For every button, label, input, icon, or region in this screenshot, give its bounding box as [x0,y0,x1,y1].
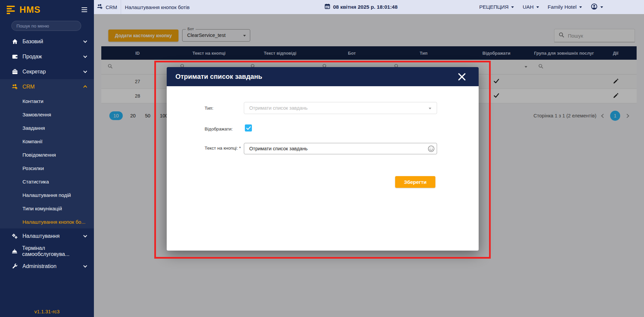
emoji-picker-icon[interactable] [427,145,435,153]
subitem-label: Статистика [22,179,49,184]
service-bell-icon [11,248,18,255]
type-field-label: Тип: [205,106,213,111]
calendar-icon [324,3,330,11]
sidebar-item-prodazh[interactable]: Продаж [0,49,94,64]
sidebar-item-sekretar[interactable]: Секретар [0,64,94,79]
user-account-dropdown[interactable] [591,3,603,11]
home-icon [11,38,18,45]
crm-section: CRM Контакти Замовлення Завдання Компані… [0,79,94,228]
wallet-icon [11,53,18,60]
sidebar-subitem-rozsylky[interactable]: Розсилки [0,161,94,175]
app-logo-text: HMS [19,5,41,15]
breadcrumb[interactable]: CRM [94,4,117,11]
briefcase-icon [11,68,18,75]
topbar-menus: РЕЦЕПЦИЯ UAH Family Hotel [479,3,603,11]
crm-users-icon [11,84,18,90]
chevron-down-icon [83,264,87,267]
topbar-divider [121,0,121,14]
edit-button-modal: Отримати список завдань Тип: Відображати… [167,67,479,251]
crm-users-icon [97,4,103,11]
sidebar-item-administration[interactable]: Administration [0,259,94,274]
close-icon[interactable] [457,72,467,82]
subitem-label: Розсилки [22,165,44,171]
chevron-down-icon [83,69,87,73]
show-checkbox[interactable] [245,124,252,131]
show-field-label: Відображати: [205,126,233,131]
sidebar-item-label: Administration [22,263,56,269]
chevron-down-icon [83,39,87,43]
button-text-input[interactable] [244,143,437,154]
sidebar-item-nalashtuvannia[interactable]: Налаштування [0,228,94,244]
sidebar-subitem-zamovlennia[interactable]: Замовлення [0,108,94,121]
subitem-label: Налаштування подій [22,192,71,198]
hotel-label: Family Hotel [548,4,577,10]
button-text-field-label: Текст на кнопці: * [205,146,241,151]
currency-label: UAH [523,4,534,10]
subitem-label: Контакти [22,98,43,104]
topbar: CRM Налаштування кнопок ботів 08 квітня … [94,0,644,14]
sidebar: HMS Базовий Продаж Секретар [0,0,94,317]
sidebar-item-label: Термінал самообслуговува... [22,245,87,257]
datetime-display: 08 квітня 2025 р. 18:01:48 [324,3,397,11]
wrench-icon [11,263,18,270]
reception-dropdown[interactable]: РЕЦЕПЦИЯ [479,4,514,10]
type-select-input[interactable] [244,102,437,114]
caret-down-icon [429,108,431,109]
hamburger-menu-icon[interactable] [80,6,89,14]
sidebar-item-label: Базовий [22,39,43,45]
save-button[interactable]: Зберегти [395,176,435,188]
subitem-label: Компанії [22,139,43,144]
page-title: Налаштування кнопок ботів [125,4,190,10]
caret-down-icon [600,6,603,8]
reception-label: РЕЦЕПЦИЯ [479,4,508,10]
chevron-down-icon [83,54,87,58]
subitem-label: Налаштування кнопок бо... [22,219,86,225]
sidebar-item-label: CRM [22,84,35,90]
user-icon [591,3,598,11]
sidebar-subitem-nalashtuvannia-podii[interactable]: Налаштування подій [0,188,94,202]
caret-down-icon [536,6,539,8]
sidebar-item-bazovyi[interactable]: Базовий [0,34,94,49]
button-text-field[interactable] [244,143,437,154]
subitem-label: Повідомлення [22,152,56,158]
subitem-label: Завдання [22,125,45,131]
sidebar-subitem-typy-komunikatsii[interactable]: Типи комунікацій [0,202,94,215]
modal-header: Отримати список завдань [167,67,479,86]
caret-down-icon [579,6,582,8]
sidebar-header: HMS [0,0,94,19]
chevron-up-icon [83,85,87,89]
sidebar-subitem-kontakty[interactable]: Контакти [0,94,94,108]
currency-dropdown[interactable]: UAH [523,4,539,10]
datetime-text: 08 квітня 2025 р. 18:01:48 [333,4,397,10]
modal-title: Отримати список завдань [175,73,262,81]
sidebar-menu-search-input[interactable] [11,21,81,31]
sidebar-item-label: Секретар [22,69,46,75]
sidebar-item-crm[interactable]: CRM [0,79,94,94]
caret-down-icon [511,6,514,8]
app-version: v1.1.31-rc3 [0,309,94,314]
sidebar-item-label: Продаж [22,54,42,60]
breadcrumb-section: CRM [106,4,117,10]
hotel-dropdown[interactable]: Family Hotel [548,4,582,10]
sidebar-subitem-povidomlennia[interactable]: Повідомлення [0,148,94,161]
hms-logo-icon [7,6,15,14]
subitem-label: Типи комунікацій [22,206,62,211]
sidebar-subitem-kompanii[interactable]: Компанії [0,135,94,148]
chevron-down-icon [83,233,87,237]
sidebar-subitem-statystyka[interactable]: Статистика [0,175,94,188]
sidebar-subitem-nalashtuvannia-knopok-botiv[interactable]: Налаштування кнопок бо... [0,215,94,228]
sidebar-subitem-zavdannia[interactable]: Завдання [0,121,94,135]
type-select[interactable] [244,102,437,114]
sidebar-item-label: Налаштування [22,233,60,239]
gears-icon [11,233,18,240]
subitem-label: Замовлення [22,112,51,117]
sidebar-nav: Базовий Продаж Секретар [0,34,94,274]
sidebar-item-terminal[interactable]: Термінал самообслуговува... [0,244,94,259]
